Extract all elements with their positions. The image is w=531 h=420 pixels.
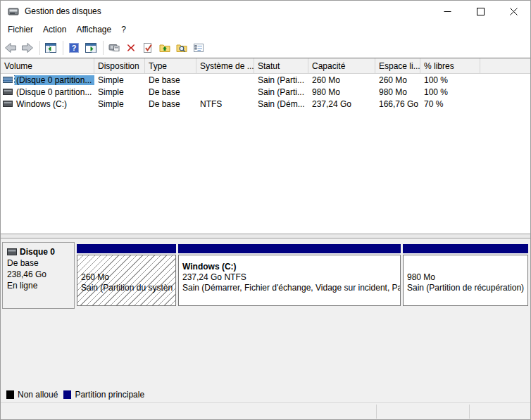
document-check-icon bbox=[142, 42, 154, 53]
forward-button[interactable] bbox=[20, 40, 35, 56]
column-header-disposition[interactable]: Disposition bbox=[94, 58, 145, 73]
toolbar-separator bbox=[39, 41, 40, 55]
show-action-pane-button[interactable] bbox=[83, 40, 99, 56]
disk-status: En ligne bbox=[7, 280, 74, 291]
cell-statut: Sain (Parti... bbox=[254, 75, 308, 85]
volume-icon bbox=[3, 77, 13, 83]
partition-color-bar bbox=[77, 244, 176, 253]
partition-color-bar bbox=[178, 244, 401, 253]
cell-espace: 260 Mo bbox=[375, 75, 420, 85]
primary-partition-swatch bbox=[63, 390, 71, 399]
disk-type: De base bbox=[7, 257, 74, 269]
partition-size: 260 Mo bbox=[81, 272, 175, 283]
partition-status: Sain (Partition du systèn bbox=[81, 283, 175, 293]
partition-system[interactable]: 260 Mo Sain (Partition du systèn bbox=[77, 244, 176, 306]
statusbar bbox=[1, 402, 530, 420]
cell-type: De base bbox=[145, 75, 196, 85]
pane-splitter[interactable] bbox=[1, 234, 530, 238]
volume-row[interactable]: (Disque 0 partition... Simple De base Sa… bbox=[1, 86, 530, 98]
menu-fichier[interactable]: Fichier bbox=[3, 23, 38, 36]
volume-name[interactable]: Windows (C:) bbox=[15, 99, 68, 109]
cell-type: De base bbox=[145, 87, 196, 97]
folder-up-button[interactable] bbox=[157, 40, 173, 56]
properties-button[interactable] bbox=[140, 40, 156, 56]
volume-row[interactable]: Windows (C:) Simple De base NTFS Sain (D… bbox=[1, 98, 530, 110]
menubar: Fichier Action Affichage ? bbox=[1, 22, 530, 37]
checklist-icon bbox=[193, 42, 204, 53]
column-header-filler bbox=[480, 58, 530, 73]
column-header-type[interactable]: Type bbox=[145, 58, 196, 73]
legend-primary-label: Partition principale bbox=[75, 390, 144, 400]
cell-capacite: 260 Mo bbox=[308, 75, 375, 85]
partition-name: Windows (C:) bbox=[182, 262, 400, 272]
disk-name: Disque 0 bbox=[20, 246, 55, 257]
back-arrow-icon bbox=[4, 42, 17, 53]
unallocated-swatch bbox=[6, 390, 14, 399]
graphical-view: Disque 0 De base 238,46 Go En ligne 260 … bbox=[1, 238, 530, 402]
minimize-icon bbox=[444, 8, 451, 15]
detail-pane-window-icon bbox=[85, 42, 96, 53]
cell-libres: 100 % bbox=[420, 75, 480, 85]
folder-search-button[interactable] bbox=[174, 40, 189, 56]
volume-row[interactable]: (Disque 0 partition... Simple De base Sa… bbox=[1, 74, 530, 86]
cell-espace: 166,76 Go bbox=[375, 99, 420, 109]
toolbar-separator bbox=[63, 41, 63, 55]
statusbar-separator bbox=[469, 405, 470, 419]
volume-name[interactable]: (Disque 0 partition... bbox=[15, 75, 94, 85]
popup-menu-button[interactable] bbox=[106, 40, 122, 56]
cell-statut: Sain (Parti... bbox=[254, 87, 308, 97]
close-icon bbox=[510, 8, 518, 15]
partition-size: 980 Mo bbox=[407, 272, 527, 283]
cell-disposition: Simple bbox=[94, 87, 145, 97]
popup-menu-icon bbox=[108, 42, 120, 53]
window-title: Gestion des disques bbox=[25, 6, 101, 16]
column-header-libres[interactable]: % libres bbox=[420, 58, 480, 73]
cell-libres: 70 % bbox=[420, 99, 480, 109]
cell-disposition: Simple bbox=[94, 75, 145, 85]
column-header-capacite[interactable]: Capacité bbox=[308, 58, 375, 73]
folder-up-arrow-icon bbox=[159, 42, 170, 53]
legend: Non alloué Partition principale bbox=[1, 386, 530, 402]
titlebar: Gestion des disques bbox=[1, 1, 530, 22]
disk-management-window: Gestion des disques Fichier Action Affic… bbox=[0, 0, 531, 420]
cell-capacite: 980 Mo bbox=[308, 87, 375, 97]
close-button[interactable] bbox=[497, 1, 530, 22]
maximize-icon bbox=[477, 8, 485, 15]
legend-unallocated-label: Non alloué bbox=[18, 390, 58, 400]
menu-action[interactable]: Action bbox=[38, 23, 71, 36]
partition-color-bar bbox=[403, 244, 528, 253]
minimize-button[interactable] bbox=[431, 1, 464, 22]
help-button[interactable]: ? bbox=[66, 40, 82, 56]
volume-list: Volume Disposition Type Système de ... S… bbox=[1, 58, 530, 234]
column-header-statut[interactable]: Statut bbox=[254, 58, 308, 73]
menu-affichage[interactable]: Affichage bbox=[71, 23, 116, 36]
folder-magnifier-icon bbox=[176, 42, 187, 53]
partition-status: Sain (Partition de récupération) bbox=[407, 283, 527, 293]
column-header-espace[interactable]: Espace li... bbox=[375, 58, 420, 73]
cell-libres: 100 % bbox=[420, 87, 480, 97]
back-button[interactable] bbox=[3, 40, 18, 56]
cell-type: De base bbox=[145, 99, 196, 109]
disk-icon bbox=[7, 248, 17, 255]
volume-list-header: Volume Disposition Type Système de ... S… bbox=[1, 58, 530, 74]
statusbar-separator bbox=[376, 405, 377, 419]
forward-arrow-icon bbox=[21, 42, 34, 53]
disk-size: 238,46 Go bbox=[7, 269, 74, 280]
disk-header[interactable]: Disque 0 De base 238,46 Go En ligne bbox=[2, 242, 75, 309]
checklist-button[interactable] bbox=[191, 40, 206, 56]
delete-x-icon bbox=[125, 42, 137, 53]
console-tree-window-icon bbox=[45, 42, 56, 53]
delete-button[interactable] bbox=[123, 40, 139, 56]
maximize-button[interactable] bbox=[464, 1, 497, 22]
column-header-volume[interactable]: Volume bbox=[1, 58, 94, 73]
partition-recovery[interactable]: 980 Mo Sain (Partition de récupération) bbox=[403, 244, 528, 306]
cell-statut: Sain (Dém... bbox=[254, 99, 308, 109]
show-console-tree-button[interactable] bbox=[43, 40, 58, 56]
column-header-systeme[interactable]: Système de ... bbox=[196, 58, 254, 73]
partition-windows-c[interactable]: Windows (C:) 237,24 Go NTFS Sain (Démarr… bbox=[178, 244, 401, 306]
app-icon bbox=[8, 6, 19, 17]
menu-help[interactable]: ? bbox=[116, 23, 131, 36]
partition-size: 237,24 Go NTFS bbox=[182, 272, 400, 283]
volume-name[interactable]: (Disque 0 partition... bbox=[15, 87, 93, 97]
help-icon: ? bbox=[68, 42, 80, 53]
